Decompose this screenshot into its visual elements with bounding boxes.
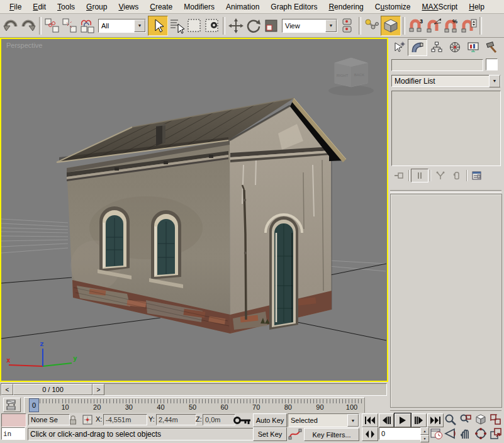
absolute-offset-mode-toggle[interactable]	[82, 414, 93, 428]
hierarchy-icon	[430, 41, 443, 53]
time-configuration-button[interactable]	[430, 427, 443, 442]
tab-create[interactable]	[389, 39, 408, 55]
y-coordinate-field[interactable]: 2,44m	[156, 414, 196, 425]
perspective-viewport[interactable]: RIGHT BACK x y z	[0, 38, 388, 382]
menu-file[interactable]: File	[4, 1, 27, 13]
chevron-down-icon[interactable]: ▼	[134, 20, 145, 32]
modifier-list-dropdown[interactable]: Modifier List ▼	[391, 75, 501, 87]
menu-views[interactable]: Views	[113, 1, 144, 13]
trackbar-ruler[interactable]: 0 0102030405060708090100	[24, 397, 365, 413]
spinner-snap-toggle-button[interactable]	[460, 16, 478, 35]
current-frame-marker[interactable]: 0	[29, 398, 39, 412]
spinner-down-icon[interactable]: ▼	[420, 435, 429, 442]
z-coordinate-field[interactable]: 0,0m	[203, 414, 235, 425]
modifier-stack-list[interactable]	[391, 91, 501, 166]
configure-modifier-sets-button[interactable]	[469, 169, 485, 182]
maxscript-mini-listener[interactable]: in	[1, 427, 25, 440]
select-and-scale-button[interactable]	[262, 16, 280, 35]
tab-utilities[interactable]	[482, 39, 500, 55]
trackbar-label: 90	[316, 403, 323, 411]
play-animation-button[interactable]	[395, 413, 411, 427]
make-unique-button[interactable]	[432, 169, 449, 182]
menu-help[interactable]: Help	[463, 1, 490, 13]
previous-frame-button[interactable]	[379, 413, 394, 427]
open-mini-curve-editor-button[interactable]	[3, 398, 21, 412]
reference-coordinate-dropdown[interactable]: View ▼	[282, 19, 337, 33]
current-frame-field[interactable]: 0	[379, 427, 423, 440]
zoom-button[interactable]	[444, 413, 457, 429]
set-key-button[interactable]: Set Key	[253, 427, 287, 441]
previous-frame-slider-button[interactable]: <	[1, 384, 13, 395]
viewport-label[interactable]: Perspective	[6, 42, 42, 49]
menu-animation[interactable]: Animation	[220, 1, 265, 13]
frame-spinner[interactable]: ▲▼	[420, 427, 429, 442]
track-bar: 0 0102030405060708090100	[0, 396, 388, 413]
menu-rendering[interactable]: Rendering	[323, 1, 369, 13]
menu-maxscript[interactable]: MAXScript	[417, 1, 464, 13]
spinner-up-icon[interactable]: ▲	[420, 427, 429, 435]
viewcube[interactable]: RIGHT BACK	[328, 58, 374, 96]
key-mode-dropdown[interactable]: Selected ▼	[288, 413, 359, 427]
redo-button[interactable]	[20, 16, 37, 35]
go-to-start-button[interactable]	[362, 413, 378, 427]
next-frame-button[interactable]	[412, 413, 427, 427]
rectangular-selection-region-button[interactable]	[186, 16, 203, 35]
key-mode-toggle-button[interactable]	[362, 427, 378, 441]
select-and-rotate-button[interactable]	[245, 16, 262, 35]
pan-view-button[interactable]	[459, 427, 472, 442]
remove-modifier-button[interactable]	[449, 169, 465, 182]
zoom-extents-all-button[interactable]	[490, 413, 502, 429]
viewport-canvas[interactable]: RIGHT BACK x y z	[1, 39, 387, 381]
window-crossing-toggle-button[interactable]	[203, 16, 221, 35]
selection-lock-toggle[interactable]	[68, 414, 78, 428]
menu-edit[interactable]: Edit	[27, 1, 52, 13]
tab-display[interactable]	[464, 39, 482, 55]
time-slider-handle[interactable]: 0 / 100	[13, 384, 92, 395]
bind-to-space-warp-button[interactable]	[79, 16, 96, 35]
x-coordinate-field[interactable]: -4,551m	[103, 414, 147, 425]
menu-graph-editors[interactable]: Graph Editors	[265, 1, 323, 13]
zoom-all-button[interactable]	[459, 413, 472, 429]
unlink-selection-button[interactable]	[61, 16, 79, 35]
angle-snap-toggle-button[interactable]	[425, 16, 442, 35]
go-to-end-button[interactable]	[427, 413, 444, 427]
menu-modifiers[interactable]: Modifiers	[178, 1, 220, 13]
key-filters-button[interactable]: Key Filters...	[304, 428, 359, 441]
percent-snap-toggle-button[interactable]: %	[442, 16, 460, 35]
select-object-button[interactable]	[148, 16, 168, 36]
field-of-view-button[interactable]	[444, 427, 457, 442]
house-model[interactable]	[57, 98, 346, 334]
default-in-out-tangents-button[interactable]	[288, 428, 302, 443]
show-end-result-button[interactable]	[411, 169, 428, 182]
chevron-down-icon[interactable]: ▼	[489, 75, 500, 87]
arc-rotate-button[interactable]	[474, 427, 487, 442]
macro-recorder-pane[interactable]	[1, 413, 26, 427]
next-frame-slider-button[interactable]: >	[92, 384, 104, 395]
undo-button[interactable]	[2, 16, 20, 35]
auto-key-button[interactable]: Auto Key	[253, 413, 287, 427]
chevron-down-icon[interactable]: ▼	[347, 414, 359, 427]
select-by-name-button[interactable]	[168, 16, 186, 35]
menu-tools[interactable]: Tools	[52, 1, 81, 13]
tab-modify[interactable]	[408, 39, 427, 56]
tab-motion[interactable]	[445, 39, 464, 55]
menu-customize[interactable]: Customize	[369, 1, 417, 13]
use-pivot-point-center-button[interactable]	[339, 16, 357, 35]
select-cursor-icon	[151, 18, 165, 33]
menu-create[interactable]: Create	[144, 1, 178, 13]
rollout-area[interactable]	[390, 194, 502, 408]
selection-filter-dropdown[interactable]: All ▼	[98, 19, 146, 33]
select-and-move-button[interactable]	[227, 16, 245, 35]
select-and-manipulate-button[interactable]	[363, 16, 381, 35]
object-name-field[interactable]	[391, 59, 483, 71]
chevron-down-icon[interactable]: ▼	[325, 20, 337, 32]
snaps-toggle-button[interactable]: 3	[407, 16, 425, 35]
keyboard-shortcut-override-toggle[interactable]	[381, 16, 401, 36]
object-color-swatch[interactable]	[486, 59, 498, 70]
zoom-extents-button[interactable]	[474, 413, 487, 429]
menu-group[interactable]: Group	[81, 1, 113, 13]
pin-stack-button[interactable]	[391, 169, 407, 182]
tab-hierarchy[interactable]	[427, 39, 445, 55]
min-max-toggle-button[interactable]	[490, 427, 502, 442]
select-and-link-button[interactable]	[43, 16, 61, 35]
